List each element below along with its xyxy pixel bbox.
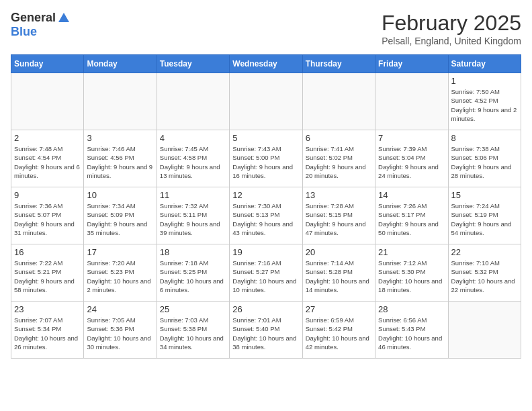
logo: General Blue — [11, 11, 71, 39]
day-number-1: 1 — [451, 76, 518, 86]
empty-cell — [11, 73, 84, 130]
empty-cell — [375, 73, 448, 130]
empty-cell — [157, 73, 229, 130]
day-number-14: 14 — [378, 190, 445, 200]
calendar-row-1: 1Sunrise: 7:50 AM Sunset: 4:52 PM Daylig… — [11, 73, 521, 130]
day-cell-7: 7Sunrise: 7:39 AM Sunset: 5:04 PM Daylig… — [375, 130, 448, 187]
day-cell-27: 27Sunrise: 6:59 AM Sunset: 5:42 PM Dayli… — [302, 302, 375, 359]
day-number-27: 27 — [306, 304, 372, 314]
day-info-13: Sunrise: 7:28 AM Sunset: 5:15 PM Dayligh… — [306, 201, 372, 237]
empty-cell — [230, 73, 302, 130]
calendar-row-5: 23Sunrise: 7:07 AM Sunset: 5:34 PM Dayli… — [11, 302, 521, 359]
day-number-3: 3 — [87, 133, 153, 143]
day-info-16: Sunrise: 7:22 AM Sunset: 5:21 PM Dayligh… — [14, 259, 81, 294]
empty-cell — [84, 73, 157, 130]
empty-cell — [302, 73, 375, 130]
day-number-13: 13 — [306, 190, 372, 200]
day-cell-16: 16Sunrise: 7:22 AM Sunset: 5:21 PM Dayli… — [11, 244, 84, 302]
month-title: February 2025 — [382, 11, 521, 36]
day-cell-24: 24Sunrise: 7:05 AM Sunset: 5:36 PM Dayli… — [84, 302, 157, 359]
day-info-25: Sunrise: 7:03 AM Sunset: 5:38 PM Dayligh… — [160, 316, 226, 351]
empty-cell — [448, 302, 521, 359]
day-cell-23: 23Sunrise: 7:07 AM Sunset: 5:34 PM Dayli… — [11, 302, 84, 359]
col-thursday: Thursday — [302, 55, 375, 73]
calendar-row-2: 2Sunrise: 7:48 AM Sunset: 4:54 PM Daylig… — [11, 130, 521, 187]
day-info-1: Sunrise: 7:50 AM Sunset: 4:52 PM Dayligh… — [451, 87, 518, 123]
day-info-12: Sunrise: 7:30 AM Sunset: 5:13 PM Dayligh… — [232, 201, 299, 237]
day-info-11: Sunrise: 7:32 AM Sunset: 5:11 PM Dayligh… — [160, 201, 226, 237]
day-number-5: 5 — [232, 133, 299, 143]
day-cell-22: 22Sunrise: 7:10 AM Sunset: 5:32 PM Dayli… — [448, 244, 521, 302]
day-info-24: Sunrise: 7:05 AM Sunset: 5:36 PM Dayligh… — [87, 316, 153, 351]
day-info-27: Sunrise: 6:59 AM Sunset: 5:42 PM Dayligh… — [306, 316, 372, 351]
day-info-8: Sunrise: 7:38 AM Sunset: 5:06 PM Dayligh… — [451, 144, 518, 180]
day-cell-1: 1Sunrise: 7:50 AM Sunset: 4:52 PM Daylig… — [448, 73, 521, 130]
day-cell-10: 10Sunrise: 7:34 AM Sunset: 5:09 PM Dayli… — [84, 187, 157, 244]
day-number-20: 20 — [306, 247, 372, 257]
day-info-21: Sunrise: 7:12 AM Sunset: 5:30 PM Dayligh… — [378, 259, 445, 294]
day-info-19: Sunrise: 7:16 AM Sunset: 5:27 PM Dayligh… — [232, 259, 299, 294]
day-cell-28: 28Sunrise: 6:56 AM Sunset: 5:43 PM Dayli… — [375, 302, 448, 359]
day-number-28: 28 — [378, 304, 445, 314]
day-info-4: Sunrise: 7:45 AM Sunset: 4:58 PM Dayligh… — [160, 144, 226, 180]
day-number-18: 18 — [160, 247, 226, 257]
day-number-26: 26 — [232, 304, 299, 314]
day-number-8: 8 — [451, 133, 518, 143]
col-monday: Monday — [84, 55, 157, 73]
logo-icon — [57, 11, 71, 25]
day-number-16: 16 — [14, 247, 81, 257]
day-cell-15: 15Sunrise: 7:24 AM Sunset: 5:19 PM Dayli… — [448, 187, 521, 244]
day-number-7: 7 — [378, 133, 445, 143]
day-number-22: 22 — [451, 247, 518, 257]
day-info-9: Sunrise: 7:36 AM Sunset: 5:07 PM Dayligh… — [14, 201, 81, 237]
day-cell-18: 18Sunrise: 7:18 AM Sunset: 5:25 PM Dayli… — [157, 244, 229, 302]
logo-blue-text: Blue — [11, 25, 37, 39]
day-info-18: Sunrise: 7:18 AM Sunset: 5:25 PM Dayligh… — [160, 259, 226, 294]
day-cell-4: 4Sunrise: 7:45 AM Sunset: 4:58 PM Daylig… — [157, 130, 229, 187]
col-sunday: Sunday — [11, 55, 84, 73]
day-cell-2: 2Sunrise: 7:48 AM Sunset: 4:54 PM Daylig… — [11, 130, 84, 187]
calendar-row-4: 16Sunrise: 7:22 AM Sunset: 5:21 PM Dayli… — [11, 244, 521, 302]
title-area: February 2025 Pelsall, England, United K… — [382, 11, 521, 46]
calendar-header-row: Sunday Monday Tuesday Wednesday Thursday… — [11, 55, 521, 73]
day-info-6: Sunrise: 7:41 AM Sunset: 5:02 PM Dayligh… — [306, 144, 372, 180]
day-number-10: 10 — [87, 190, 153, 200]
day-number-19: 19 — [232, 247, 299, 257]
day-info-5: Sunrise: 7:43 AM Sunset: 5:00 PM Dayligh… — [232, 144, 299, 180]
col-tuesday: Tuesday — [157, 55, 229, 73]
location: Pelsall, England, United Kingdom — [382, 36, 521, 46]
day-info-26: Sunrise: 7:01 AM Sunset: 5:40 PM Dayligh… — [232, 316, 299, 351]
day-number-6: 6 — [306, 133, 372, 143]
day-number-17: 17 — [87, 247, 153, 257]
day-number-23: 23 — [14, 304, 81, 314]
day-number-24: 24 — [87, 304, 153, 314]
calendar: Sunday Monday Tuesday Wednesday Thursday… — [11, 54, 521, 359]
day-cell-12: 12Sunrise: 7:30 AM Sunset: 5:13 PM Dayli… — [230, 187, 302, 244]
day-cell-25: 25Sunrise: 7:03 AM Sunset: 5:38 PM Dayli… — [157, 302, 229, 359]
day-cell-26: 26Sunrise: 7:01 AM Sunset: 5:40 PM Dayli… — [230, 302, 302, 359]
day-info-10: Sunrise: 7:34 AM Sunset: 5:09 PM Dayligh… — [87, 201, 153, 237]
day-info-15: Sunrise: 7:24 AM Sunset: 5:19 PM Dayligh… — [451, 201, 518, 237]
day-cell-19: 19Sunrise: 7:16 AM Sunset: 5:27 PM Dayli… — [230, 244, 302, 302]
day-cell-17: 17Sunrise: 7:20 AM Sunset: 5:23 PM Dayli… — [84, 244, 157, 302]
day-cell-3: 3Sunrise: 7:46 AM Sunset: 4:56 PM Daylig… — [84, 130, 157, 187]
day-info-7: Sunrise: 7:39 AM Sunset: 5:04 PM Dayligh… — [378, 144, 445, 180]
logo-general-text: General — [11, 11, 56, 25]
day-number-25: 25 — [160, 304, 226, 314]
day-number-12: 12 — [232, 190, 299, 200]
day-info-22: Sunrise: 7:10 AM Sunset: 5:32 PM Dayligh… — [451, 259, 518, 294]
day-cell-14: 14Sunrise: 7:26 AM Sunset: 5:17 PM Dayli… — [375, 187, 448, 244]
svg-marker-0 — [58, 13, 69, 22]
day-info-17: Sunrise: 7:20 AM Sunset: 5:23 PM Dayligh… — [87, 259, 153, 294]
day-number-9: 9 — [14, 190, 81, 200]
day-cell-9: 9Sunrise: 7:36 AM Sunset: 5:07 PM Daylig… — [11, 187, 84, 244]
day-info-3: Sunrise: 7:46 AM Sunset: 4:56 PM Dayligh… — [87, 144, 153, 180]
day-cell-21: 21Sunrise: 7:12 AM Sunset: 5:30 PM Dayli… — [375, 244, 448, 302]
day-number-11: 11 — [160, 190, 226, 200]
day-info-23: Sunrise: 7:07 AM Sunset: 5:34 PM Dayligh… — [14, 316, 81, 351]
day-info-2: Sunrise: 7:48 AM Sunset: 4:54 PM Dayligh… — [14, 144, 81, 180]
day-cell-11: 11Sunrise: 7:32 AM Sunset: 5:11 PM Dayli… — [157, 187, 229, 244]
day-number-4: 4 — [160, 133, 226, 143]
day-info-28: Sunrise: 6:56 AM Sunset: 5:43 PM Dayligh… — [378, 316, 445, 351]
col-saturday: Saturday — [448, 55, 521, 73]
